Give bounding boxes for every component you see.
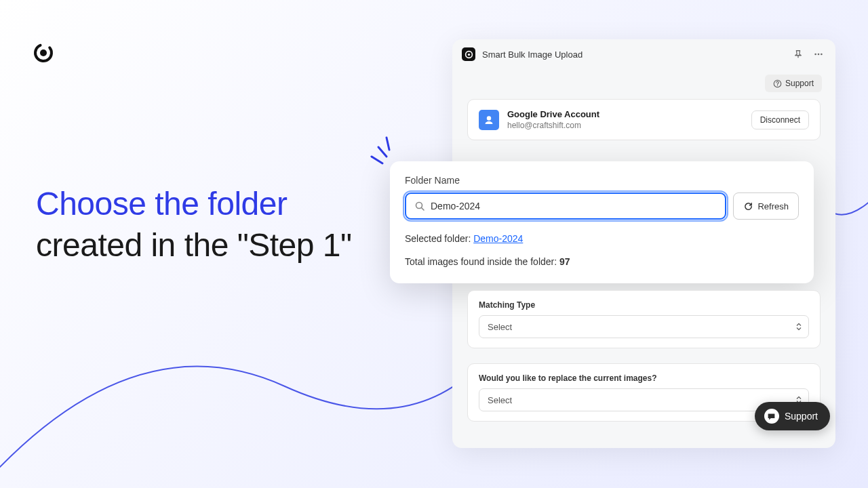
app-window: Smart Bulk Image Upload Support Google D… [452,39,835,448]
account-email: hello@craftshift.com [507,121,743,130]
refresh-button[interactable]: Refresh [733,192,799,220]
svg-point-12 [487,116,491,120]
folder-search-wrap[interactable] [405,192,726,220]
folder-card: Folder Name Refresh Selected folder: Dem… [390,161,814,283]
svg-point-11 [777,85,778,85]
folder-name-label: Folder Name [405,175,799,186]
headline-highlight: Choose the folder [36,186,287,222]
svg-point-9 [821,54,823,56]
selected-folder-prefix: Selected folder: [405,233,473,244]
headline-line2: created in the [36,227,229,263]
svg-line-2 [372,157,382,163]
svg-point-1 [40,49,47,56]
support-button-label: Support [785,79,814,88]
svg-point-6 [467,53,469,55]
svg-point-7 [814,54,816,56]
svg-point-8 [818,54,820,56]
total-images-line: Total images found inside the folder: 97 [405,256,799,267]
matching-type-card: Matching Type Select [467,290,821,348]
matching-type-placeholder: Select [488,322,512,332]
replace-images-placeholder: Select [488,395,512,405]
refresh-icon [743,201,753,211]
matching-type-select[interactable]: Select [479,315,809,338]
svg-line-14 [422,208,425,211]
refresh-button-label: Refresh [757,201,789,211]
more-icon[interactable] [811,47,826,62]
pin-icon[interactable] [791,47,806,62]
sparkle-icon [359,132,396,169]
chat-widget-label: Support [785,411,818,422]
svg-line-3 [378,147,387,157]
help-icon [773,79,782,88]
support-button[interactable]: Support [765,75,822,92]
chat-support-widget[interactable]: Support [755,402,830,430]
replace-images-label: Would you like to replace the current im… [479,373,809,383]
matching-type-label: Matching Type [479,300,809,310]
total-images-prefix: Total images found inside the folder: [405,256,559,267]
gdrive-account-icon [479,110,499,130]
search-icon [414,201,425,211]
disconnect-button[interactable]: Disconnect [751,110,809,129]
account-title: Google Drive Account [507,109,743,119]
account-card: Google Drive Account hello@craftshift.co… [467,99,821,140]
app-header: Smart Bulk Image Upload [452,39,835,69]
brand-logo [33,42,54,66]
svg-line-4 [387,138,389,150]
page-headline: Choose the folder created in the "Step 1… [36,183,361,266]
selected-folder-line: Selected folder: Demo-2024 [405,233,799,244]
app-logo-icon [462,47,475,61]
select-caret-icon [796,323,802,331]
chat-icon [764,409,779,424]
selected-folder-link[interactable]: Demo-2024 [473,233,523,244]
decorative-curve [0,291,475,481]
app-title: Smart Bulk Image Upload [482,49,791,60]
folder-name-input[interactable] [431,201,717,211]
headline-line3: "Step 1" [237,227,352,263]
total-images-count: 97 [559,256,570,267]
